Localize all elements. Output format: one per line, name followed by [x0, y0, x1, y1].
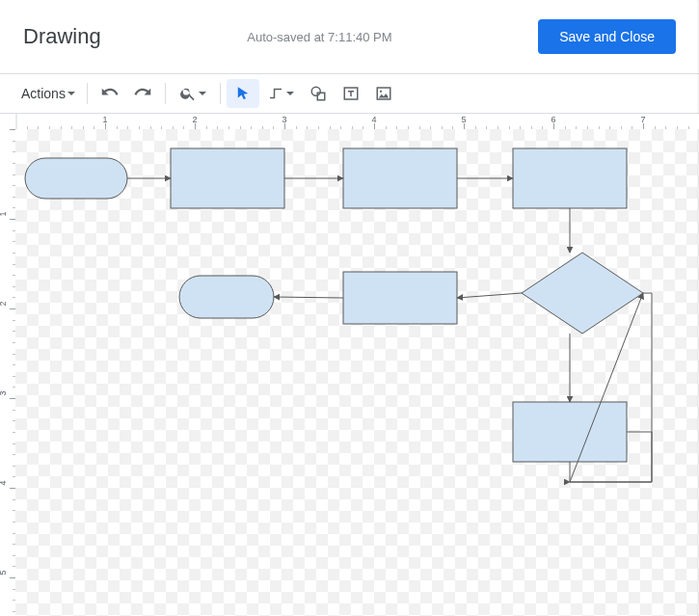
redo-button[interactable]: [126, 79, 159, 108]
zoom-menu[interactable]: [172, 79, 214, 108]
flowchart-connector[interactable]: [457, 293, 522, 298]
zoom-icon: [179, 85, 197, 102]
flowchart-rect[interactable]: [513, 402, 627, 462]
textbox-tool[interactable]: [335, 79, 367, 108]
ruler-number: 2: [0, 299, 8, 308]
separator: [220, 83, 221, 104]
cursor-icon: [234, 85, 252, 102]
page-title: Drawing: [23, 24, 101, 49]
flowchart-rect[interactable]: [513, 148, 627, 208]
drawing-layer[interactable]: [15, 129, 699, 616]
actions-menu[interactable]: Actions: [15, 80, 81, 107]
flowchart-terminator[interactable]: [179, 276, 274, 318]
ruler-corner: [0, 114, 15, 129]
horizontal-ruler[interactable]: 12345678: [15, 114, 699, 129]
svg-point-4: [380, 91, 382, 93]
undo-button[interactable]: [94, 79, 126, 108]
workspace: 12345678 12345: [0, 113, 699, 616]
chevron-down-icon: [286, 92, 294, 96]
line-tool-menu[interactable]: [259, 79, 302, 108]
chevron-down-icon: [67, 92, 75, 96]
ruler-number: 6: [551, 115, 555, 124]
svg-rect-1: [317, 93, 325, 100]
svg-point-0: [311, 87, 320, 95]
undo-icon: [101, 85, 119, 102]
ruler-number: 1: [0, 209, 8, 219]
image-icon: [375, 85, 392, 102]
save-and-close-button[interactable]: Save and Close: [538, 19, 676, 54]
ruler-number: 4: [0, 478, 8, 488]
ruler-number: 5: [461, 115, 466, 124]
image-tool[interactable]: [367, 79, 400, 108]
autosave-status: Auto-saved at 7:11:40 PM: [101, 30, 538, 44]
flowchart-terminator[interactable]: [25, 158, 127, 199]
separator: [87, 83, 88, 104]
shape-icon: [309, 85, 327, 102]
ruler-number: 2: [192, 115, 197, 124]
flowchart-rect[interactable]: [343, 148, 457, 208]
canvas[interactable]: [15, 129, 699, 616]
redo-icon: [134, 85, 151, 102]
chevron-down-icon: [199, 92, 206, 96]
ruler-number: 5: [0, 568, 8, 577]
flowchart-diamond[interactable]: [522, 253, 643, 334]
ruler-number: 7: [640, 115, 645, 124]
ruler-number: 3: [282, 115, 286, 124]
actions-label: Actions: [21, 86, 66, 101]
ruler-number: 4: [371, 115, 376, 124]
flowchart-connector[interactable]: [274, 297, 343, 298]
shape-tool[interactable]: [302, 79, 335, 108]
header: Drawing Auto-saved at 7:11:40 PM Save an…: [0, 0, 699, 74]
flowchart-rect[interactable]: [343, 272, 457, 324]
flowchart-rect[interactable]: [171, 148, 284, 208]
textbox-icon: [342, 85, 360, 102]
ruler-number: 3: [0, 388, 8, 398]
ruler-number: 1: [102, 115, 107, 124]
line-icon: [267, 85, 284, 102]
separator: [165, 83, 166, 104]
select-tool[interactable]: [227, 79, 259, 108]
vertical-ruler[interactable]: 12345: [0, 129, 15, 616]
toolbar: Actions: [0, 74, 699, 113]
